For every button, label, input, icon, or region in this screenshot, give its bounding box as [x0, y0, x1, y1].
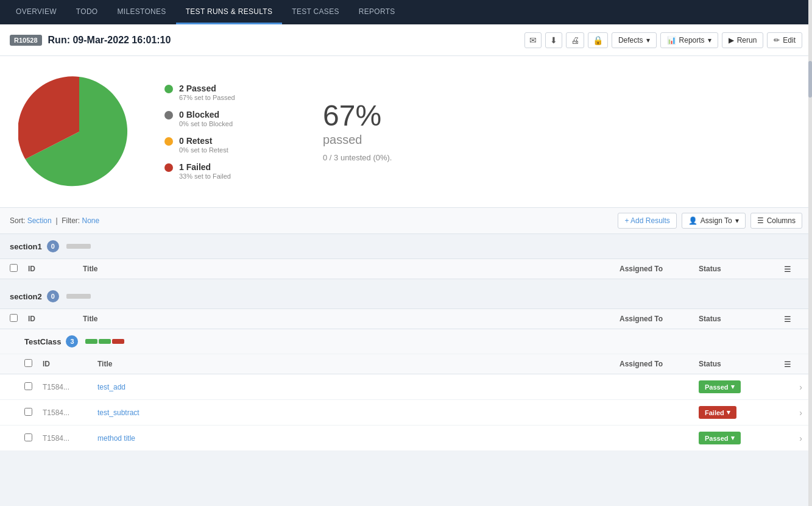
testclass-progress-green1	[85, 339, 97, 344]
retest-pct: 0% set to Retest	[179, 146, 228, 154]
row1-status-badge[interactable]: Passed ▾	[699, 380, 741, 393]
add-results-button[interactable]: + Add Results	[618, 213, 676, 229]
nav-test-cases[interactable]: TEST CASES	[282, 0, 348, 24]
row1-status-label: Passed	[705, 383, 729, 391]
section1-badge: 0	[47, 240, 59, 252]
nav-milestones[interactable]: MILESTONES	[108, 0, 176, 24]
top-nav: OVERVIEW TODO MILESTONES TEST RUNS & RES…	[0, 0, 812, 24]
nav-overview[interactable]: OVERVIEW	[6, 0, 66, 24]
row3-arrow[interactable]: ›	[784, 433, 802, 443]
scrollbar[interactable]	[808, 0, 812, 451]
section2-cols-icon: ☰	[784, 315, 791, 324]
legend-failed: 1 Failed 33% set to Failed	[164, 162, 286, 180]
section1-select-all[interactable]	[10, 264, 18, 272]
row2-status: Failed ▾	[699, 406, 784, 419]
section1-progress	[66, 244, 91, 249]
assign-label: Assign To	[701, 216, 732, 225]
columns-button[interactable]: ☰ Columns	[750, 213, 802, 229]
nav-reports[interactable]: REPORTS	[349, 0, 405, 24]
legend-passed: 2 Passed 67% set to Passed	[164, 84, 286, 101]
testclass-name: TestClass	[24, 337, 61, 346]
edit-button[interactable]: ✏ Edit	[767, 32, 802, 48]
testclass-th-cols: ☰	[784, 360, 802, 369]
main-content: section1 0 ID Title Assigned To Status ☰…	[0, 234, 812, 451]
table-row: T1584... test_add Passed ▾ ›	[0, 374, 812, 400]
row3-checkbox[interactable]	[24, 433, 32, 441]
testclass-progress	[85, 339, 124, 344]
section2-th-assigned: Assigned To	[620, 315, 699, 323]
section1-th-cols: ☰	[784, 265, 802, 274]
filter-value[interactable]: None	[82, 216, 100, 225]
assign-chevron-icon: ▾	[735, 216, 739, 225]
print-icon-btn[interactable]: 🖨	[566, 32, 584, 48]
row3-status-chevron: ▾	[731, 434, 735, 442]
header-bar: R10528 Run: 09-Mar-2022 16:01:10 ✉ ⬇ 🖨 🔒…	[0, 24, 812, 56]
passed-pct: 67% set to Passed	[179, 94, 235, 101]
failed-pct: 33% set to Failed	[179, 173, 231, 180]
defects-dropdown[interactable]: Defects ▾	[612, 32, 657, 48]
row2-status-chevron: ▾	[727, 408, 730, 416]
row2-status-badge[interactable]: Failed ▾	[699, 406, 736, 419]
row2-arrow[interactable]: ›	[784, 408, 802, 418]
row1-checkbox[interactable]	[24, 382, 32, 390]
section2-header: section2 0	[0, 284, 812, 308]
failed-count: 1 Failed	[179, 162, 231, 172]
legend-retest: 0 Retest 0% set to Retest	[164, 136, 286, 154]
rerun-label: Rerun	[737, 36, 757, 45]
row3-id: T1584...	[43, 434, 97, 443]
section1-header: section1 0	[0, 234, 812, 258]
testclass-select-all[interactable]	[24, 359, 32, 367]
table-row: T1584... test_subtract Failed ▾ ›	[0, 400, 812, 426]
defects-chevron-icon: ▾	[646, 36, 650, 45]
section1-cols-icon: ☰	[784, 265, 791, 274]
row1-arrow[interactable]: ›	[784, 382, 802, 392]
testclass-progress-green2	[99, 339, 111, 344]
rerun-button[interactable]: ▶ Rerun	[722, 32, 764, 48]
email-icon-btn[interactable]: ✉	[524, 32, 542, 48]
header-actions: ✉ ⬇ 🖨 🔒 Defects ▾ 📊 Reports ▾ ▶ Rerun ✏ …	[524, 32, 802, 48]
download-icon-btn[interactable]: ⬇	[545, 32, 562, 48]
testclass-th-check	[24, 359, 43, 369]
sort-filter: Sort: Section | Filter: None	[10, 216, 613, 225]
sort-value[interactable]: Section	[27, 216, 52, 225]
scrollbar-thumb[interactable]	[808, 61, 812, 98]
row2-id: T1584...	[43, 408, 97, 417]
row1-id: T1584...	[43, 383, 97, 391]
testclass-progress-red	[112, 339, 124, 344]
nav-test-runs[interactable]: TEST RUNS & RESULTS	[176, 0, 283, 24]
assign-icon: 👤	[688, 216, 697, 225]
row3-status-badge[interactable]: Passed ▾	[699, 432, 741, 444]
section1-th-title: Title	[83, 265, 620, 273]
reports-chevron-icon: ▾	[708, 36, 711, 45]
edit-label: Edit	[783, 36, 796, 45]
section1-th-assigned: Assigned To	[620, 265, 699, 273]
section2-name: section2	[10, 292, 42, 301]
row2-title[interactable]: test_subtract	[97, 408, 620, 417]
row1-title[interactable]: test_add	[97, 383, 620, 391]
failed-dot	[164, 163, 173, 172]
section2-th-title: Title	[83, 315, 620, 323]
section2-th-id: ID	[28, 315, 83, 323]
blocked-dot	[164, 111, 173, 119]
testclass-th-title: Title	[97, 360, 620, 368]
stats-section: 2 Passed 67% set to Passed 0 Blocked 0% …	[0, 56, 812, 208]
columns-label: Columns	[767, 216, 796, 225]
assign-to-button[interactable]: 👤 Assign To ▾	[682, 213, 746, 229]
columns-icon: ☰	[757, 216, 764, 225]
row1-status: Passed ▾	[699, 380, 784, 393]
lock-icon-btn[interactable]: 🔒	[588, 32, 608, 48]
reports-dropdown[interactable]: 📊 Reports ▾	[660, 32, 718, 48]
row3-status-label: Passed	[705, 435, 729, 442]
pie-chart	[18, 71, 140, 193]
summary-stats: 67% passed 0 / 3 untested (0%).	[323, 101, 392, 162]
row1-status-chevron: ▾	[731, 383, 735, 391]
section2-select-all[interactable]	[10, 314, 18, 322]
untested-label: 0 / 3 untested (0%).	[323, 153, 392, 162]
row3-check	[24, 433, 43, 443]
testclass-section: TestClass 3	[0, 329, 812, 354]
nav-todo[interactable]: TODO	[66, 0, 108, 24]
row2-checkbox[interactable]	[24, 408, 32, 416]
defects-label: Defects	[618, 36, 643, 45]
row3-title[interactable]: method title	[97, 434, 620, 443]
section1-name: section1	[10, 242, 42, 251]
